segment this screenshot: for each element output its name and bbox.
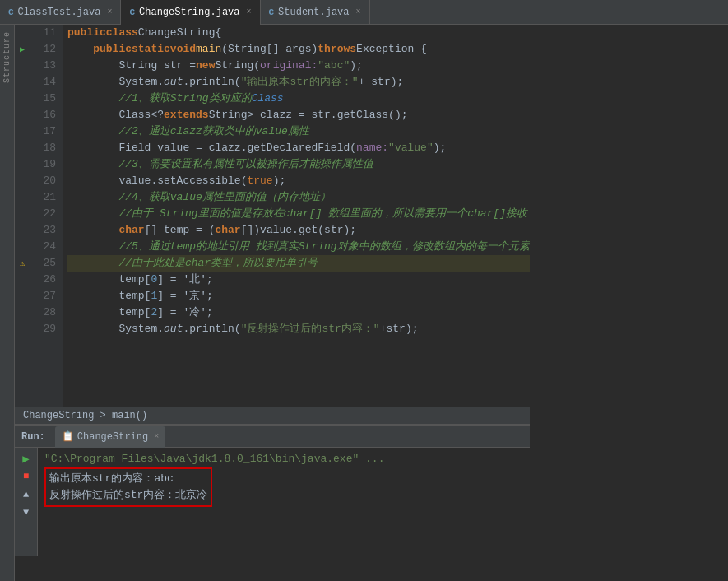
editor-container: ▶ ⚠ [15,25,530,556]
code-line-21: //4、获取value属性里面的值（内存地址） [67,189,530,206]
ln-21: 21 [30,189,56,206]
gutter-28 [15,304,30,321]
ln-11: 11 [30,25,56,41]
ln-22: 22 [30,206,56,222]
output-cmd-line: "C:\Program Files\Java\jdk1.8.0_161\bin\… [44,451,523,467]
gutter-13 [15,58,30,74]
tab-changestring-label: ChangeString.java [139,7,239,18]
code-line-22: //由于 String里面的值是存放在char[] 数组里面的，所以需要用一个c… [67,206,530,222]
ln-12: 12 [30,41,56,58]
run-tab-label: ChangeString [77,431,148,443]
code-area[interactable]: ▶ ⚠ [15,25,530,407]
code-line-19: //3、需要设置私有属性可以被操作后才能操作属性值 [67,156,530,173]
tab-student-icon: C [269,7,275,17]
run-label: Run: [21,431,45,443]
gutter-19 [15,156,30,173]
code-line-11: public class ChangeString { [67,25,530,41]
output-highlighted-block: 输出原本str的内容：abc 反射操作过后的str内容：北京冷 [44,467,523,507]
ln-25: 25 [30,255,56,272]
structure-label: Structure [2,31,12,83]
code-line-24: //5、通过temp的地址引用 找到真实String对象中的数组，修改数组内的每… [67,239,530,255]
tab-classtest[interactable]: C ClassTest.java × [0,0,121,25]
tab-classtest-icon: C [8,7,14,17]
tab-student-label: Student.java [278,7,349,18]
tab-changestring-icon: C [129,7,135,17]
ln-29: 29 [30,321,56,337]
gutter-26 [15,272,30,288]
code-line-17: //2、通过clazz获取类中的value属性 [67,123,530,140]
gutter-25: ⚠ [15,255,30,272]
tab-classtest-close[interactable]: × [107,7,112,16]
gutter-22 [15,206,30,222]
gutter-24 [15,239,30,255]
code-line-29: System.out.println("反射操作过后的str内容："+str); [67,321,530,337]
ln-24: 24 [30,239,56,255]
gutter-12[interactable]: ▶ [15,41,30,58]
code-line-13: String str = new String( original: "abc"… [67,58,530,74]
ln-27: 27 [30,288,56,304]
run-output: "C:\Program Files\Java\jdk1.8.0_161\bin\… [38,448,530,556]
code-line-27: temp[1] = '京'; [67,288,530,304]
gutter-27 [15,288,30,304]
tab-student[interactable]: C Student.java × [261,0,370,25]
gutter-23 [15,222,30,239]
gutter-icons: ▶ ⚠ [15,25,30,407]
run-tab-icon: 📋 [62,430,74,443]
gutter-20 [15,173,30,189]
ln-28: 28 [30,304,56,321]
code-line-28: temp[2] = '冷'; [67,304,530,321]
gutter-29 [15,321,30,337]
ln-19: 19 [30,156,56,173]
ln-26: 26 [30,272,56,288]
run-down-button[interactable]: ▼ [19,505,34,520]
run-up-button[interactable]: ▲ [19,487,34,502]
line-numbers: 11 12 13 14 15 16 17 18 19 20 21 22 23 2… [30,25,63,407]
ln-17: 17 [30,123,56,140]
breadcrumb: ChangeString > main() [15,407,530,425]
gutter-14 [15,74,30,91]
code-line-23: char[] temp = (char[])value.get(str); [67,222,530,239]
code-line-25: //由于此处是char类型，所以要用单引号 [67,255,530,272]
ln-18: 18 [30,140,56,156]
run-play-button[interactable]: ▶ [19,451,34,466]
run-stop-button[interactable]: ■ [19,469,34,484]
code-line-12: public static void main(String[] args) t… [67,41,530,58]
tab-changestring[interactable]: C ChangeString.java × [121,0,260,25]
run-tab-changestring[interactable]: 📋 ChangeString × [55,426,165,448]
gutter-15 [15,91,30,107]
run-panel: Run: 📋 ChangeString × ▶ ■ ▲ ▼ [15,425,530,556]
run-tab-bar: Run: 📋 ChangeString × [15,426,530,448]
run-content: ▶ ■ ▲ ▼ "C:\Program Files\Java\jdk1.8.0_… [15,448,530,556]
gutter-11 [15,25,30,41]
breadcrumb-text: ChangeString > main() [23,410,147,421]
gutter-16 [15,107,30,123]
gutter-18 [15,140,30,156]
tab-student-close[interactable]: × [356,7,361,16]
output-line1: 输出原本str的内容：abc [49,471,207,487]
tab-changestring-close[interactable]: × [246,7,251,16]
ln-13: 13 [30,58,56,74]
ln-23: 23 [30,222,56,239]
output-highlight-box: 输出原本str的内容：abc 反射操作过后的str内容：北京冷 [44,467,212,507]
output-cmd-text: "C:\Program Files\Java\jdk1.8.0_161\bin\… [44,453,384,465]
gutter-21 [15,189,30,206]
ln-16: 16 [30,107,56,123]
code-line-20: value.setAccessible(true); [67,173,530,189]
run-toolbar: ▶ ■ ▲ ▼ [15,448,38,556]
main-body: Structure ▶ [0,25,728,581]
ln-14: 14 [30,74,56,91]
tab-classtest-label: ClassTest.java [18,7,101,18]
code-line-18: Field value = clazz.getDeclaredField( na… [67,140,530,156]
ln-15: 15 [30,91,56,107]
code-editor[interactable]: public class ChangeString { public stati… [63,25,530,407]
code-line-14: System.out.println("输出原本str的内容：" + str); [67,74,530,91]
code-line-15: //1、获取String类对应的Class [67,91,530,107]
left-structure-panel: Structure [0,25,15,581]
code-line-26: temp[0] = '北'; [67,272,530,288]
tab-bar: C ClassTest.java × C ChangeString.java ×… [0,0,728,25]
code-line-16: Class<? extends String> clazz = str.getC… [67,107,530,123]
run-tab-close[interactable]: × [154,432,159,441]
gutter-17 [15,123,30,140]
ln-20: 20 [30,173,56,189]
output-line2: 反射操作过后的str内容：北京冷 [49,487,207,504]
